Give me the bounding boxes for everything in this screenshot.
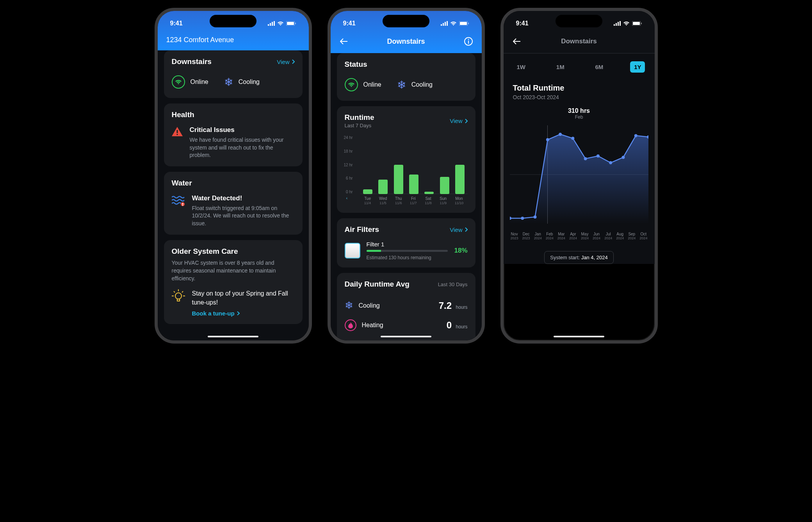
svg-rect-32 xyxy=(620,21,621,26)
runtime-bar-chart[interactable]: ‹ 24 hr18 hr12 hr6 hr0 hr Tue11/4Wed11/5… xyxy=(352,135,468,206)
segment-1Y[interactable]: 1Y xyxy=(630,61,645,73)
status-time: 9:41 xyxy=(343,20,356,27)
status-time: 9:41 xyxy=(516,20,529,27)
runtime-line-chart[interactable]: 310 hrs Feb Nov2023Dec2023Jan2024Feb2024… xyxy=(510,107,648,240)
svg-point-41 xyxy=(559,133,562,136)
filters-card: Air Filters View Filter 1 Estimated 130 … xyxy=(337,218,475,267)
svg-point-46 xyxy=(621,156,625,159)
filter-estimate: Estimated 130 hours remaining xyxy=(367,255,448,260)
wifi-online-icon xyxy=(345,78,358,91)
system-start-tag: System start: Jan 4, 2024 xyxy=(544,251,613,264)
svg-line-13 xyxy=(174,291,175,292)
svg-point-45 xyxy=(609,161,612,164)
battery-icon xyxy=(286,21,296,26)
avg-heating: Heating 0 hours xyxy=(345,315,468,335)
status-online: Online xyxy=(172,75,208,89)
view-link[interactable]: View xyxy=(450,118,467,124)
water-title: Water xyxy=(172,179,192,187)
filter-percent: 18% xyxy=(454,247,467,255)
status-mode: ❄ Cooling xyxy=(397,78,433,91)
runtime-title: Total Runtime xyxy=(513,84,645,93)
segment-1W[interactable]: 1W xyxy=(513,61,530,73)
book-tuneup-link[interactable]: Book a tune-up xyxy=(192,310,240,317)
svg-rect-19 xyxy=(441,24,442,26)
svg-rect-18 xyxy=(177,299,180,301)
svg-rect-25 xyxy=(468,23,469,24)
svg-rect-30 xyxy=(616,23,617,26)
care-title: Older System Care xyxy=(172,247,295,256)
water-alert-title: Water Detected! xyxy=(192,194,295,202)
phone-runtime-graph: 9:41 Downstairs 1W1M6M1Y Total Runtime O… xyxy=(500,8,658,344)
svg-rect-6 xyxy=(295,23,296,24)
tip-text: Stay on top of your Spring and Fall tune… xyxy=(192,289,295,307)
notch xyxy=(556,15,602,27)
info-button[interactable] xyxy=(463,36,474,47)
svg-point-27 xyxy=(468,39,469,40)
home-indicator[interactable] xyxy=(554,336,604,337)
svg-rect-24 xyxy=(460,22,467,25)
daily-title: Daily Runtime Avg xyxy=(345,280,410,289)
signal-icon xyxy=(614,21,621,26)
segment-6M[interactable]: 6M xyxy=(591,61,607,73)
filter-progress xyxy=(367,250,448,252)
segment-1M[interactable]: 1M xyxy=(552,61,568,73)
scroll-left-icon[interactable]: ‹ xyxy=(346,196,348,200)
svg-point-47 xyxy=(634,134,637,137)
bar[interactable] xyxy=(440,177,449,194)
health-card[interactable]: Health Critical Issues We have found cri… xyxy=(164,103,303,166)
view-link[interactable]: View xyxy=(277,59,294,65)
svg-point-39 xyxy=(533,216,536,219)
avg-cooling: ❄ Cooling 7.2 hours xyxy=(345,296,468,315)
wifi-online-icon xyxy=(172,75,185,89)
bar[interactable] xyxy=(378,180,388,194)
home-indicator[interactable] xyxy=(208,336,258,337)
status-title: Status xyxy=(345,60,367,69)
svg-rect-7 xyxy=(176,130,178,133)
view-link[interactable]: View xyxy=(450,226,467,233)
chevron-right-icon xyxy=(465,227,468,232)
svg-rect-22 xyxy=(447,21,448,26)
nav-title: Downstairs xyxy=(561,37,597,45)
health-issue-title: Critical Issues xyxy=(190,126,295,134)
home-indicator[interactable] xyxy=(381,336,431,337)
filter-item[interactable]: Filter 1 Estimated 130 hours remaining 1… xyxy=(345,241,468,260)
signal-icon xyxy=(441,21,448,26)
content: Status Online ❄ Cooling Runtime Last 7 xyxy=(331,53,482,344)
zone-card[interactable]: Downstairs View Online ❄ Cooling xyxy=(164,50,303,98)
lightbulb-icon xyxy=(172,289,185,303)
notch xyxy=(210,15,256,27)
bar[interactable] xyxy=(455,165,465,194)
snowflake-icon: ❄ xyxy=(397,78,406,91)
care-card: Older System Care Your HVAC system is ov… xyxy=(164,240,303,324)
svg-rect-35 xyxy=(641,23,642,24)
phone-zone-detail: 9:41 Downstairs Status xyxy=(328,8,485,344)
bar[interactable] xyxy=(394,165,403,194)
nav-title: Downstairs xyxy=(387,37,425,46)
svg-rect-5 xyxy=(287,22,294,25)
daily-avg-card: Daily Runtime Avg Last 30 Days ❄ Cooling… xyxy=(337,273,475,342)
daily-sub: Last 30 Days xyxy=(438,281,468,287)
svg-rect-29 xyxy=(614,24,615,26)
status-online: Online xyxy=(345,78,381,91)
bar[interactable] xyxy=(424,192,434,194)
back-button[interactable] xyxy=(338,36,349,47)
svg-rect-21 xyxy=(445,22,446,26)
svg-point-17 xyxy=(175,293,182,299)
content: Downstairs View Online ❄ Cooling xyxy=(158,50,309,344)
runtime-card: Runtime Last 7 Days View ‹ 24 hr18 hr12 … xyxy=(337,106,475,213)
svg-rect-10 xyxy=(182,203,183,205)
chevron-right-icon xyxy=(465,119,468,123)
svg-rect-8 xyxy=(176,134,178,135)
content: 1W1M6M1Y Total Runtime Oct 2023-Oct 2024… xyxy=(504,53,655,264)
bar[interactable] xyxy=(409,175,418,194)
filters-title: Air Filters xyxy=(345,225,379,234)
snowflake-icon: ❄ xyxy=(224,76,233,89)
wifi-icon xyxy=(623,21,630,26)
battery-icon xyxy=(632,21,642,26)
chevron-right-icon xyxy=(237,311,240,315)
bar[interactable] xyxy=(363,189,372,194)
svg-rect-11 xyxy=(182,205,183,206)
water-card[interactable]: Water Water Detected! Float switch trigg… xyxy=(164,172,303,235)
back-button[interactable] xyxy=(511,36,522,47)
address-title: 1234 Comfort Avenue xyxy=(158,30,309,50)
